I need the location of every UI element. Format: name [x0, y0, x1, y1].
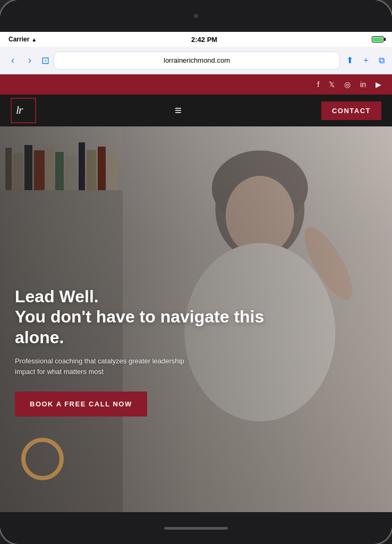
wifi-icon: ▲ [31, 37, 37, 42]
facebook-icon[interactable]: f [317, 80, 319, 89]
time-label: 2:42 PM [191, 36, 217, 44]
browser-actions: ⬆ ＋ ⧉ [344, 53, 387, 68]
back-button[interactable]: ‹ [5, 53, 20, 68]
twitter-icon[interactable]: 𝕏 [329, 80, 335, 89]
youtube-icon[interactable]: ▶ [376, 80, 381, 89]
logo-text: lr [14, 100, 33, 122]
forward-button[interactable]: › [22, 53, 37, 68]
share-button[interactable]: ⬆ [344, 53, 355, 67]
carrier-label: Carrier [8, 36, 29, 43]
nav-buttons: ‹ › [5, 53, 37, 68]
browser-bar: ‹ › ⊡ lorrainerichmond.com ⬆ ＋ ⧉ [0, 47, 392, 74]
camera [194, 14, 198, 18]
social-bar: f 𝕏 ◎ in ▶ [0, 74, 392, 95]
status-left: Carrier ▲ [8, 36, 37, 43]
nav-bar: lr ≡ CONTACT [0, 95, 392, 126]
status-right [372, 36, 384, 42]
logo[interactable]: lr [11, 98, 36, 123]
home-indicator[interactable] [164, 527, 228, 530]
top-bezel [0, 0, 392, 32]
status-bar: Carrier ▲ 2:42 PM [0, 32, 392, 47]
hero-content: Lead Well.You don't have to navigate thi… [15, 286, 286, 416]
url-bar[interactable]: lorrainerichmond.com [54, 52, 340, 70]
linkedin-icon[interactable]: in [360, 80, 366, 89]
bottom-bezel [0, 512, 392, 544]
ipad-frame: Carrier ▲ 2:42 PM ‹ › ⊡ lorrainerichmond… [0, 0, 392, 544]
screen: Carrier ▲ 2:42 PM ‹ › ⊡ lorrainerichmond… [0, 32, 392, 512]
bookmarks-button[interactable]: ⊡ [41, 55, 49, 66]
website: f 𝕏 ◎ in ▶ lr ≡ CONTACT [0, 74, 392, 512]
new-tab-button[interactable]: ＋ [360, 53, 372, 68]
url-text: lorrainerichmond.com [164, 56, 230, 64]
hamburger-menu[interactable]: ≡ [175, 104, 183, 117]
battery-icon [372, 36, 384, 42]
logo-svg: lr [14, 100, 33, 119]
tabs-button[interactable]: ⧉ [377, 54, 387, 67]
hero-section: Lead Well.You don't have to navigate thi… [0, 126, 392, 512]
cta-button[interactable]: BOOK A FREE CALL NOW [15, 392, 147, 416]
instagram-icon[interactable]: ◎ [344, 80, 351, 89]
battery-fill [373, 37, 382, 41]
contact-button[interactable]: CONTACT [321, 101, 381, 120]
hero-title: Lead Well.You don't have to navigate thi… [15, 286, 286, 347]
svg-text:lr: lr [16, 103, 23, 116]
hero-subtitle: Professional coaching that catalyzes gre… [15, 356, 286, 377]
copper-ring-decoration [21, 438, 64, 480]
